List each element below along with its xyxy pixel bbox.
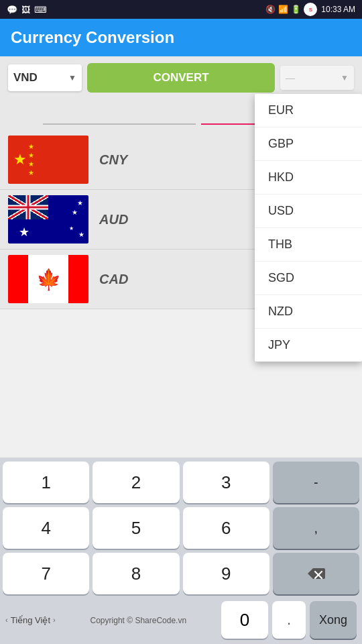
- sharecode-badge: S: [304, 3, 317, 16]
- mute-icon: 🔇: [265, 5, 276, 14]
- key-comma[interactable]: ,: [273, 507, 359, 549]
- battery-icon: 🔋: [291, 5, 301, 14]
- dropdown-item-usd[interactable]: USD: [255, 195, 362, 228]
- target-currency-select[interactable]: — ▼: [280, 66, 354, 90]
- lang-label: Tiếng Việt: [11, 615, 50, 625]
- status-right-icons: 🔇 📶 🔋 S 10:33 AM: [265, 3, 355, 16]
- keyboard-rows: 1 2 3 - 4 5 6 , 7 8 9: [0, 458, 362, 594]
- flag-china: ★ ★ ★ ★ ★: [8, 136, 88, 184]
- flag-canada: 🍁: [8, 255, 88, 303]
- keyboard: 1 2 3 - 4 5 6 , 7 8 9: [0, 458, 362, 644]
- key-9[interactable]: 9: [183, 553, 269, 594]
- status-bar: 💬 🖼 ⌨ 🔇 📶 🔋 S 10:33 AM: [0, 0, 362, 19]
- source-currency-select[interactable]: VND ▼: [8, 64, 82, 91]
- main-content: VND ▼ CONVERT — ▼ ★ ★ ★ ★ ★: [0, 56, 362, 309]
- done-button[interactable]: Xong: [310, 601, 357, 639]
- key-3[interactable]: 3: [183, 462, 269, 503]
- key-7[interactable]: 7: [3, 553, 89, 594]
- source-currency-code: VND: [13, 71, 38, 85]
- key-8[interactable]: 8: [93, 553, 179, 594]
- dropdown-item-hkd[interactable]: HKD: [255, 161, 362, 195]
- key-0[interactable]: 0: [221, 601, 268, 639]
- dropdown-item-thb[interactable]: THB: [255, 228, 362, 262]
- wifi-icon: 📶: [278, 5, 288, 14]
- copyright-text: Copyright © ShareCode.vn: [90, 616, 187, 625]
- source-input[interactable]: [43, 102, 196, 125]
- key-6[interactable]: 6: [183, 507, 269, 549]
- flag-australia: ★ ★ ★ ★ ★: [8, 195, 88, 244]
- key-2[interactable]: 2: [93, 462, 179, 503]
- key-5[interactable]: 5: [93, 507, 179, 549]
- dropdown-item-eur[interactable]: EUR: [255, 94, 362, 127]
- key-row-1: 1 2 3 -: [3, 462, 359, 503]
- time-display: 10:33 AM: [321, 5, 355, 14]
- maple-leaf-icon: 🍁: [36, 268, 61, 291]
- key-1[interactable]: 1: [3, 462, 89, 503]
- key-period[interactable]: .: [272, 601, 306, 639]
- keyboard-bottom: ‹ Tiếng Việt › Copyright © ShareCode.vn …: [0, 598, 362, 644]
- key-4[interactable]: 4: [3, 507, 89, 549]
- backspace-button[interactable]: [273, 553, 359, 594]
- target-dropdown-arrow: ▼: [341, 73, 349, 83]
- lang-left-chevron: ‹: [5, 616, 8, 624]
- app-title: Currency Conversion: [11, 28, 174, 47]
- controls-row: VND ▼ CONVERT — ▼: [0, 56, 362, 99]
- status-left-icons: 💬 🖼 ⌨: [7, 5, 47, 15]
- key-row-3: 7 8 9: [3, 553, 359, 594]
- app-header: Currency Conversion: [0, 19, 362, 56]
- dropdown-item-jpy[interactable]: JPY: [255, 329, 362, 362]
- key-minus[interactable]: -: [273, 462, 359, 503]
- lang-right-chevron: ›: [53, 616, 56, 624]
- dropdown-item-nzd[interactable]: NZD: [255, 295, 362, 329]
- image-icon: 🖼: [21, 5, 30, 15]
- convert-button[interactable]: CONVERT: [87, 63, 275, 93]
- target-currency-code: —: [286, 72, 295, 83]
- source-dropdown-arrow: ▼: [68, 73, 76, 83]
- language-selector[interactable]: ‹ Tiếng Việt ›: [5, 615, 56, 625]
- key-row-2: 4 5 6 ,: [3, 507, 359, 549]
- dropdown-item-sgd[interactable]: SGD: [255, 262, 362, 295]
- message-icon: 💬: [7, 5, 17, 15]
- currency-dropdown[interactable]: EUR GBP HKD USD THB SGD NZD JPY: [255, 94, 362, 362]
- dropdown-item-gbp[interactable]: GBP: [255, 127, 362, 161]
- keyboard-icon: ⌨: [34, 5, 47, 15]
